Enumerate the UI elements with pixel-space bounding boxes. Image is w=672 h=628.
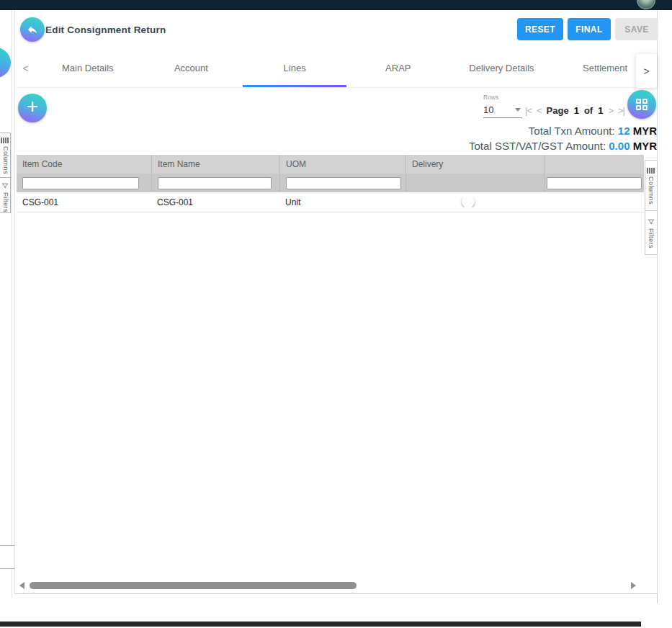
add-line-button[interactable]: +	[18, 94, 47, 122]
bottom-accent-bar	[0, 622, 641, 627]
lines-toolbar: + Rows 10 |< < Page 1 of 1 > >|	[15, 88, 657, 122]
tab-bar: < Main Details Account Lines ARAP Delive…	[15, 49, 657, 88]
tab-arap[interactable]: ARAP	[346, 49, 450, 87]
rows-value: 10	[483, 104, 493, 115]
grid-icon	[636, 99, 648, 110]
filter-input-item-name[interactable]	[158, 177, 272, 189]
prev-page-button[interactable]: <	[537, 105, 542, 116]
tab-main-details[interactable]: Main Details	[36, 49, 140, 87]
top-navbar	[0, 0, 672, 10]
scroll-right-arrow-icon[interactable]	[631, 582, 636, 589]
filters-panel-label: Filters	[648, 228, 655, 248]
left-divider-line	[12, 10, 12, 598]
of-label: of	[584, 105, 593, 116]
edit-consignment-return-panel: Edit Consignment Return RESET FINAL SAVE…	[14, 10, 658, 594]
cell-uom: Unit	[279, 197, 406, 207]
filters-label: Filters	[2, 192, 9, 212]
grid-view-button[interactable]	[627, 90, 656, 119]
caret-down-icon	[515, 108, 521, 112]
column-header-item-name: Item Name	[151, 155, 279, 174]
filters-panel-tab[interactable]: Filters	[645, 210, 657, 254]
columns-panel-label: Columns	[648, 176, 655, 205]
total-txn-amount: Total Txn Amount: 12 MYR	[469, 123, 657, 138]
columns-label: Columns	[2, 146, 9, 174]
background-filters-tab: Filters	[0, 177, 10, 213]
tabs-scroll-right-button[interactable]: >	[636, 54, 657, 88]
background-side-panel-partial: Columns Filters	[0, 133, 11, 213]
final-button[interactable]: FINAL	[568, 18, 611, 40]
total-pages: 1	[598, 105, 603, 116]
current-page: 1	[574, 105, 579, 116]
lines-table: Item Code Item Name UOM Delivery CSG-001…	[17, 155, 644, 212]
totals-block: Total Txn Amount: 12 MYR Total SST/VAT/G…	[469, 123, 657, 153]
scrollbar-thumb[interactable]	[30, 582, 357, 589]
filter-funnel-icon	[648, 218, 655, 225]
rows-per-page-select[interactable]: Rows 10	[483, 94, 522, 118]
filter-input-extra[interactable]	[547, 177, 642, 189]
tab-account[interactable]: Account	[140, 49, 243, 87]
columns-icon	[647, 168, 655, 174]
column-header-item-code: Item Code	[17, 155, 151, 174]
tabs-scroll-left-icon[interactable]: <	[15, 49, 36, 87]
reset-button[interactable]: RESET	[517, 18, 563, 40]
user-avatar[interactable]	[637, 0, 655, 9]
first-page-button[interactable]: |<	[525, 105, 532, 116]
plus-icon: +	[27, 97, 38, 117]
last-page-button[interactable]: >|	[618, 105, 624, 116]
column-header-uom: UOM	[279, 155, 406, 174]
back-arrow-icon	[27, 24, 38, 35]
filter-cell-delivery	[406, 174, 544, 192]
rows-label: Rows	[483, 94, 522, 101]
save-button[interactable]: SAVE	[615, 18, 658, 40]
cell-item-name: CSG-001	[151, 197, 279, 207]
page-label: Page	[547, 105, 569, 116]
total-tax-value: 0.00	[609, 140, 630, 152]
panel-edge-tick	[657, 594, 658, 604]
table-header-row: Item Code Item Name UOM Delivery	[17, 155, 644, 174]
cell-delivery	[406, 197, 544, 207]
column-header-delivery: Delivery	[406, 155, 544, 174]
total-txn-value: 12	[618, 125, 630, 137]
columns-panel-tab[interactable]: Columns	[645, 161, 657, 210]
background-columns-tab: Columns	[0, 133, 10, 177]
back-button[interactable]	[20, 17, 45, 42]
filter-funnel-icon	[1, 182, 9, 189]
page-title: Edit Consignment Return	[45, 24, 166, 35]
total-tax-amount: Total SST/VAT/GST Amount: 0.00 MYR	[469, 138, 657, 153]
column-header-extra	[544, 155, 644, 174]
total-txn-currency: MYR	[633, 125, 657, 137]
scroll-left-arrow-icon[interactable]	[19, 582, 24, 589]
table-side-panel: Columns Filters	[645, 160, 658, 255]
filter-input-item-code[interactable]	[22, 177, 139, 189]
horizontal-scrollbar[interactable]	[17, 580, 644, 591]
pagination: |< < Page 1 of 1 > >|	[525, 105, 624, 116]
cell-item-code: CSG-001	[17, 197, 151, 207]
columns-icon	[1, 138, 9, 143]
table-row[interactable]: CSG-001 CSG-001 Unit	[17, 192, 644, 212]
background-action-button-partial	[0, 48, 11, 78]
tab-delivery-details[interactable]: Delivery Details	[450, 49, 554, 87]
table-filter-row	[17, 174, 644, 192]
tab-lines[interactable]: Lines	[243, 49, 346, 87]
next-page-button[interactable]: >	[608, 105, 613, 116]
filter-input-uom[interactable]	[286, 177, 401, 189]
total-tax-currency: MYR	[633, 140, 657, 152]
